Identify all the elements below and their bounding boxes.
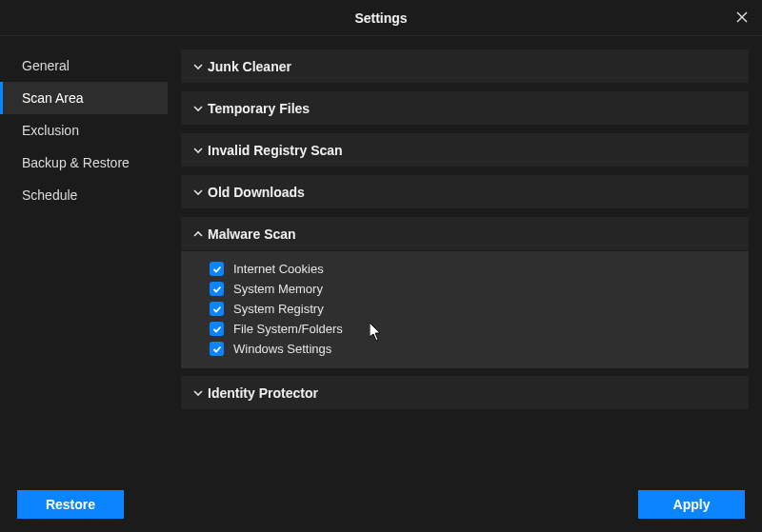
sidebar-item-label: Exclusion [22,123,79,138]
sidebar-item-label: General [22,58,70,73]
sidebar-item-exclusion[interactable]: Exclusion [0,114,168,147]
section-header-old-downloads[interactable]: Old Downloads [181,175,749,209]
check-row-windows-settings[interactable]: Windows Settings [181,339,749,359]
section-header-temporary-files[interactable]: Temporary Files [181,91,749,126]
sidebar-item-label: Backup & Restore [22,155,130,170]
apply-button[interactable]: Apply [638,490,745,519]
section-old-downloads: Old Downloads [181,175,749,209]
content-panel: Junk Cleaner Temporary Files Invalid Reg… [168,36,762,477]
footer: Restore Apply [0,477,762,532]
check-label: Internet Cookies [233,262,324,276]
sidebar-item-schedule[interactable]: Schedule [0,179,168,211]
section-malware-scan: Malware Scan Internet Cookies System Mem… [181,217,749,368]
close-button[interactable] [722,0,762,36]
section-label: Malware Scan [208,227,296,242]
chevron-down-icon [189,388,208,398]
section-header-junk-cleaner[interactable]: Junk Cleaner [181,49,749,84]
section-label: Temporary Files [208,101,310,116]
chevron-up-icon [189,229,208,239]
check-row-file-system-folders[interactable]: File System/Folders [181,319,749,339]
check-label: File System/Folders [233,322,343,336]
chevron-down-icon [189,146,208,155]
checkbox-icon [210,262,224,276]
sidebar: General Scan Area Exclusion Backup & Res… [0,36,168,477]
checkbox-icon [210,342,224,356]
sidebar-item-label: Schedule [22,187,77,203]
sidebar-item-label: Scan Area [22,90,84,106]
check-row-internet-cookies[interactable]: Internet Cookies [181,259,749,279]
section-label: Junk Cleaner [208,59,291,74]
section-header-malware-scan[interactable]: Malware Scan [181,217,749,251]
window-title: Settings [354,10,407,26]
chevron-down-icon [189,104,208,113]
section-temporary-files: Temporary Files [181,91,749,126]
main-area: General Scan Area Exclusion Backup & Res… [0,36,762,477]
titlebar: Settings [0,0,762,36]
chevron-down-icon [189,187,208,197]
section-identity-protector: Identity Protector [181,376,749,410]
check-row-system-memory[interactable]: System Memory [181,279,749,299]
restore-button[interactable]: Restore [17,490,124,519]
checkbox-icon [210,302,224,316]
section-label: Identity Protector [208,385,318,401]
section-body-malware-scan: Internet Cookies System Memory System Re… [181,251,749,368]
section-invalid-registry-scan: Invalid Registry Scan [181,133,749,167]
section-junk-cleaner: Junk Cleaner [181,49,749,84]
checkbox-icon [210,282,224,296]
section-header-identity-protector[interactable]: Identity Protector [181,376,749,410]
close-icon [736,10,748,27]
sidebar-item-backup-restore[interactable]: Backup & Restore [0,147,168,179]
chevron-down-icon [189,62,208,71]
sidebar-item-general[interactable]: General [0,49,168,82]
section-label: Invalid Registry Scan [208,143,343,158]
checkbox-icon [210,322,224,336]
check-label: System Registry [233,302,324,316]
sidebar-item-scan-area[interactable]: Scan Area [0,82,168,114]
check-label: System Memory [233,282,323,296]
section-label: Old Downloads [208,185,305,200]
check-row-system-registry[interactable]: System Registry [181,299,749,319]
check-label: Windows Settings [233,342,331,356]
section-header-invalid-registry-scan[interactable]: Invalid Registry Scan [181,133,749,167]
